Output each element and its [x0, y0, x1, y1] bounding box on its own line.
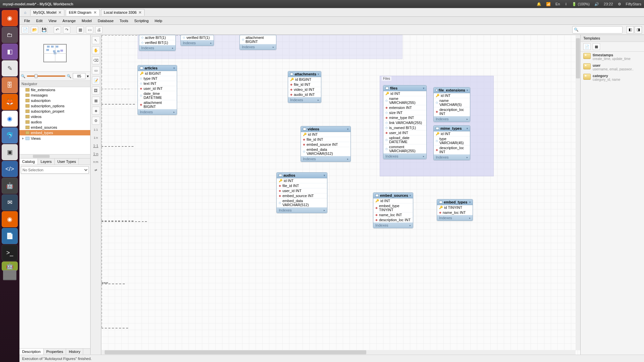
entity-embed-types[interactable]: embed_types▾ 🔑id TINYINT ◆name_loc INT I… [437, 199, 473, 221]
launcher-app-icon[interactable]: ◧ [2, 44, 18, 60]
open-file-icon[interactable]: 📂 [31, 26, 38, 34]
launcher-vbox-icon[interactable]: ▣ [2, 144, 18, 160]
menu-model[interactable]: Model [79, 18, 95, 24]
close-icon[interactable]: ✕ [58, 10, 61, 15]
entity-embed-sources[interactable]: embed_sources▾ 🔑id INT ◆embed_type TINYI… [373, 192, 413, 228]
menu-help[interactable]: Help [152, 18, 165, 24]
launcher-android-icon[interactable]: 🤖 [2, 261, 18, 271]
menu-tools[interactable]: Tools [117, 18, 131, 24]
entity-articles[interactable]: articles▾ 🔑id BIGINT ◇type INT ◇text INT… [138, 65, 177, 115]
template-new-icon[interactable]: 📄 [583, 43, 591, 50]
template-item[interactable]: categorycategory_id, name [581, 72, 644, 83]
search-input[interactable] [579, 28, 621, 32]
align-icon[interactable]: ▭ [86, 26, 93, 34]
tree-scrollbar[interactable] [19, 154, 90, 158]
routine-tool-icon[interactable]: ⚙ [92, 117, 100, 125]
entity-videos[interactable]: videos▾ 🔑id INT ◆file_id INT ◆embed_sour… [301, 126, 351, 162]
catalog-tree[interactable]: file_extensions messages subscription su… [19, 87, 90, 154]
table-tool-icon[interactable]: ▦ [92, 97, 100, 105]
zoom-value[interactable] [73, 73, 86, 79]
note-tool-icon[interactable]: 📝 [92, 76, 100, 84]
toggle-left-pane-icon[interactable]: ◧ [627, 26, 634, 34]
zoom-dropdown-icon[interactable]: ▾ [87, 74, 89, 78]
close-icon[interactable]: ✕ [94, 10, 97, 15]
close-icon[interactable]: ✕ [139, 10, 142, 15]
menu-scripting[interactable]: Scripting [131, 18, 151, 24]
eraser-tool-icon[interactable]: ⌫ [92, 56, 100, 64]
relation-n-m-icon[interactable]: n:m [92, 159, 100, 165]
launcher-chrome-icon[interactable]: ◉ [2, 111, 18, 127]
zoom-out-icon[interactable]: 🔍 [21, 74, 25, 78]
template-edit-icon[interactable]: ▦ [593, 43, 600, 50]
zoom-slider[interactable] [27, 75, 65, 77]
network-icon[interactable]: 📶 [546, 2, 551, 6]
launcher-drawer-icon[interactable]: 🗄 [2, 77, 18, 93]
launcher-workbench-icon[interactable]: 🐬 [2, 127, 18, 143]
launcher-terminal-icon[interactable]: >_ [2, 245, 18, 261]
redo-icon[interactable]: ↷ [63, 26, 70, 34]
user-menu[interactable]: FiftyStars [626, 2, 641, 6]
menu-view[interactable]: View [46, 18, 59, 24]
tab-user-types[interactable]: User Types [55, 159, 79, 165]
entity-files[interactable]: files▾ 🔑id INT ◇name VARCHAR(255) ◆exten… [383, 85, 427, 159]
entity-audios[interactable]: audios▾ 🔑id INT ◆file_id INT ◆user_id IN… [276, 172, 327, 213]
relation-1-1-id-icon[interactable]: 1:1 [92, 143, 100, 149]
view-tool-icon[interactable]: ◈ [92, 107, 100, 115]
tab-history[interactable]: History [66, 349, 83, 355]
tab-properties[interactable]: Properties [44, 349, 66, 355]
clock[interactable]: 23:22 [604, 2, 613, 6]
menu-arrange[interactable]: Arrange [60, 18, 78, 24]
tab-catalog[interactable]: Catalog [19, 159, 38, 165]
tab-mysql-model[interactable]: MySQL Model✕ [30, 9, 64, 16]
new-file-icon[interactable]: 📄 [21, 26, 29, 34]
relation-existing-icon[interactable]: ⇄ [92, 167, 100, 173]
toggle-right-pane-icon[interactable]: ◨ [635, 26, 642, 34]
launcher-files-icon[interactable]: 🗀 [2, 27, 18, 43]
layer-tool-icon[interactable]: ▭ [92, 66, 100, 74]
entity-file-extensions[interactable]: file_extensions▾ 🔑id INT ◇name VARCHAR(5… [433, 87, 470, 122]
minimap[interactable] [19, 35, 90, 72]
entity-mime-types[interactable]: mime_types▾ 🔑id INT ◇type VARCHAR(45) ◆d… [433, 125, 470, 160]
search-box[interactable]: 🔍 [572, 26, 623, 34]
entity-partial[interactable]: ◇verified BIT(1) Indexes▸ [180, 35, 214, 46]
hand-tool-icon[interactable]: ✋ [92, 46, 100, 54]
canvas-vscrollbar[interactable] [576, 35, 580, 350]
relation-1-n-icon[interactable]: 1:n [92, 135, 100, 141]
canvas-hscrollbar[interactable] [101, 350, 576, 355]
language-indicator[interactable]: En [555, 2, 560, 6]
image-tool-icon[interactable]: 🖼 [92, 86, 100, 95]
tab-description[interactable]: Description [19, 349, 44, 355]
launcher-stack-icon[interactable] [3, 278, 16, 280]
undo-icon[interactable]: ↶ [54, 26, 61, 34]
volume-icon[interactable]: 🔊 [594, 2, 599, 6]
entity-attachments[interactable]: attachments▾ 🔑id BIGINT ◆file_id INT ◆vi… [288, 71, 321, 103]
menu-edit[interactable]: Edit [34, 18, 45, 24]
launcher-mail-icon[interactable]: ✉ [2, 194, 18, 210]
grid-toggle-icon[interactable]: ▦ [76, 26, 84, 34]
entity-partial[interactable]: ◇active BIT(1) ◇verified BIT(1) Indexes▸ [139, 35, 176, 51]
template-item[interactable]: userusername, email, passwor.. [581, 62, 644, 72]
battery-indicator[interactable]: 🔋 (100%) [572, 2, 590, 6]
print-icon[interactable]: 🖨 [95, 26, 103, 34]
menu-file[interactable]: File [21, 18, 33, 24]
launcher-gedit-icon[interactable]: ✎ [2, 60, 18, 76]
save-icon[interactable]: 💾 [40, 26, 48, 34]
launcher-chromium-icon[interactable]: ◉ [2, 211, 18, 227]
tab-layers[interactable]: Layers [38, 159, 55, 165]
relation-1-1-icon[interactable]: 1:1 [92, 127, 100, 133]
relation-1-n-id-icon[interactable]: 1:n [92, 151, 100, 157]
launcher-code-icon[interactable]: </> [2, 161, 18, 177]
cursor-tool-icon[interactable]: ↖ [92, 36, 100, 44]
settings-gear-icon[interactable]: ⚙ [618, 2, 621, 6]
template-item[interactable]: timestampscreate_time, update_time [581, 52, 644, 62]
zoom-in-icon[interactable]: 🔍 [67, 74, 71, 78]
selection-dropdown[interactable]: No Selection [21, 166, 89, 174]
diagram-canvas[interactable]: ◇active BIT(1) ◇verified BIT(1) Indexes▸… [101, 35, 580, 355]
bluetooth-icon[interactable]: ᚼ [565, 2, 567, 6]
menu-database[interactable]: Database [95, 18, 116, 24]
notification-icon[interactable]: 🔔 [537, 2, 541, 6]
dash-icon[interactable]: ◉ [2, 10, 18, 26]
entity-partial[interactable]: ◇attachment BIGINT Indexes▸ [239, 35, 276, 50]
launcher-robot-icon[interactable]: 🤖 [2, 178, 18, 194]
launcher-firefox-icon[interactable]: 🦊 [2, 94, 18, 110]
